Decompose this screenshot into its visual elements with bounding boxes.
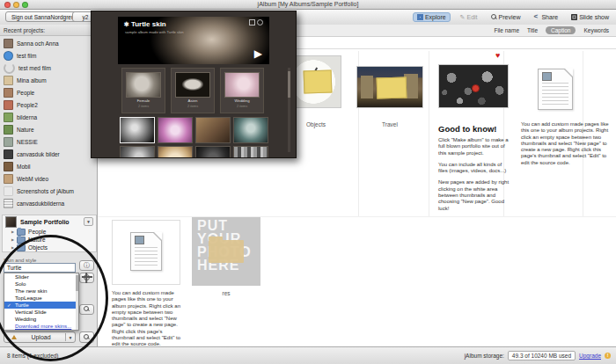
preview-button[interactable]: Preview bbox=[488, 13, 524, 21]
storage-value: 49.3 of 10240 MB used bbox=[508, 351, 576, 360]
filter-caption-selected[interactable]: Caption bbox=[546, 26, 576, 34]
paragraph: New pages are added by right clicking on… bbox=[438, 179, 510, 211]
paragraph: Click "Make album" to make a full blown … bbox=[438, 137, 510, 157]
recent-projects-header[interactable]: Recent projects: bbox=[0, 25, 97, 36]
magnifier-icon bbox=[491, 14, 497, 20]
recent-projects-list: Sanna och Anna test film test med film M… bbox=[0, 37, 97, 209]
popup-photo-thumbnail[interactable] bbox=[233, 117, 268, 143]
project-thumbnail-icon bbox=[4, 113, 13, 122]
folder-image bbox=[224, 72, 260, 98]
project-thumbnail-icon bbox=[4, 199, 13, 208]
skin-combobox[interactable]: Turtle bbox=[4, 263, 76, 273]
chevron-down-icon[interactable]: ▾ bbox=[84, 217, 93, 226]
project-item[interactable]: NESSIE bbox=[0, 135, 97, 148]
popup-folder-card[interactable]: Wedding 2 items bbox=[220, 68, 264, 113]
filter-keywords[interactable]: Keywords bbox=[583, 27, 609, 33]
skin-option-turtle[interactable]: ✓ Turtle bbox=[4, 302, 78, 309]
popup-folder-card[interactable]: Asien 2 items bbox=[171, 68, 215, 113]
toolbar-right-group: Explore ✎ Edit Preview Share Slide show bbox=[413, 11, 612, 23]
skin-option-solo[interactable]: Solo bbox=[4, 280, 78, 288]
project-thumbnail-icon bbox=[4, 88, 13, 98]
dropdown-scrollbar[interactable] bbox=[76, 273, 78, 330]
skin-option-slider[interactable]: Slider bbox=[4, 273, 78, 280]
popup-photo-thumbnail[interactable] bbox=[158, 117, 193, 143]
skin-option-the-new-skin[interactable]: The new skin bbox=[4, 288, 78, 295]
share-icon bbox=[533, 14, 539, 20]
popup-photo-thumbnail[interactable] bbox=[120, 117, 155, 143]
slide-show-label: Slide show bbox=[579, 14, 609, 20]
custom-page-card[interactable] bbox=[112, 220, 180, 285]
project-item[interactable]: test film bbox=[0, 49, 97, 62]
project-item[interactable]: WebM video bbox=[0, 172, 97, 185]
skin-option-topleague[interactable]: TopLeague bbox=[4, 295, 78, 302]
project-label: canvasdukbilderna bbox=[17, 200, 64, 207]
filter-title[interactable]: Title bbox=[527, 27, 538, 33]
play-icon[interactable]: ▶ bbox=[254, 48, 262, 59]
objects-thumbnail[interactable] bbox=[290, 55, 341, 108]
popup-folder-card[interactable]: Female 2 items bbox=[121, 68, 165, 113]
share-button[interactable]: Share bbox=[530, 13, 561, 21]
tree-item-objects[interactable]: ▶ Objects bbox=[3, 244, 96, 251]
custom-page-text: You can add custom made pages like this … bbox=[112, 290, 186, 348]
project-thumbnail-icon bbox=[4, 137, 13, 147]
res-thumbnail[interactable]: PUT YOUR PHOTO HERE bbox=[192, 217, 260, 286]
edit-button[interactable]: ✎ Edit bbox=[457, 13, 481, 22]
skin-info-button[interactable]: ⓘ bbox=[79, 260, 94, 271]
popup-scrollbar[interactable] bbox=[288, 68, 290, 152]
tree-item-label: People bbox=[28, 229, 46, 235]
project-item[interactable]: People2 bbox=[0, 98, 97, 111]
project-item[interactable]: test med film bbox=[0, 62, 97, 74]
upgrade-link[interactable]: Upgrade bbox=[579, 353, 601, 359]
project-label: WebM video bbox=[17, 176, 48, 182]
upload-menu-caret-icon[interactable]: ▼ bbox=[66, 335, 75, 340]
slide-show-button[interactable]: Slide show bbox=[568, 13, 612, 21]
expand-arrow-icon[interactable]: ▶ bbox=[11, 229, 14, 234]
popup-photo-thumbnail[interactable] bbox=[195, 117, 231, 143]
preview-minus-button[interactable] bbox=[79, 304, 94, 315]
folder-image bbox=[175, 72, 210, 98]
project-item[interactable]: Mobil bbox=[0, 160, 97, 172]
explore-button[interactable]: Explore bbox=[413, 12, 451, 22]
popup-photo-thumbnail[interactable] bbox=[120, 146, 155, 158]
folder-image bbox=[126, 72, 161, 98]
slideshow-icon bbox=[571, 14, 577, 20]
good-to-know-thumbnail[interactable] bbox=[438, 64, 509, 108]
project-item[interactable]: Screenshots of jAlbum bbox=[0, 185, 97, 197]
download-more-skins-link[interactable]: Download more skins... bbox=[4, 323, 78, 330]
search-icon[interactable] bbox=[257, 19, 263, 25]
divider bbox=[98, 216, 616, 217]
upload-button[interactable]: Upload ▼ bbox=[4, 331, 76, 343]
sign-out-button[interactable]: Sign out SannaNordgren bbox=[5, 11, 81, 22]
custom-page-thumbnail[interactable] bbox=[538, 69, 573, 110]
expand-arrow-icon[interactable]: ▶ bbox=[11, 237, 14, 242]
project-item[interactable]: bilderna bbox=[0, 111, 97, 123]
heart-icon[interactable]: ♥ bbox=[495, 52, 500, 60]
project-label: People2 bbox=[17, 102, 38, 108]
tree-item-nature[interactable]: ▶ Nature bbox=[3, 236, 96, 244]
travel-thumbnail[interactable] bbox=[356, 66, 423, 108]
building-shape bbox=[361, 76, 373, 98]
project-label: test med film bbox=[18, 65, 51, 71]
skin-option-vertical-slide[interactable]: Vertical Slide bbox=[4, 309, 78, 316]
popup-photo-thumbnail[interactable] bbox=[158, 146, 193, 158]
project-item[interactable]: canvasdukbilderna bbox=[0, 197, 97, 209]
project-item[interactable]: canvasduk bilder bbox=[0, 148, 97, 160]
window-title: jAlbum [My Albums/Sample Portfolio] bbox=[0, 1, 616, 7]
red-dot bbox=[472, 84, 480, 92]
tree-item-people[interactable]: ▶ People bbox=[3, 228, 96, 236]
preview-button-small[interactable] bbox=[79, 331, 94, 343]
folder-count: 2 items bbox=[122, 105, 165, 108]
project-item[interactable]: Sanna och Anna bbox=[0, 37, 97, 49]
filter-file-name[interactable]: File name bbox=[494, 27, 519, 33]
fullscreen-icon[interactable] bbox=[249, 19, 255, 25]
project-item[interactable]: People bbox=[0, 86, 97, 98]
expand-arrow-icon[interactable]: ▶ bbox=[11, 245, 14, 250]
skin-settings-button[interactable] bbox=[79, 273, 94, 283]
project-item[interactable]: Mina album bbox=[0, 74, 97, 86]
current-project-header[interactable]: Sample Portfolio ▾ bbox=[3, 215, 96, 228]
popup-photo-thumbnail[interactable] bbox=[233, 146, 268, 158]
project-item[interactable]: Nature bbox=[0, 123, 97, 135]
popup-photo-thumbnail[interactable] bbox=[195, 146, 231, 158]
skin-option-wedding[interactable]: Wedding bbox=[4, 316, 78, 323]
project-label: Screenshots of jAlbum bbox=[17, 188, 74, 194]
